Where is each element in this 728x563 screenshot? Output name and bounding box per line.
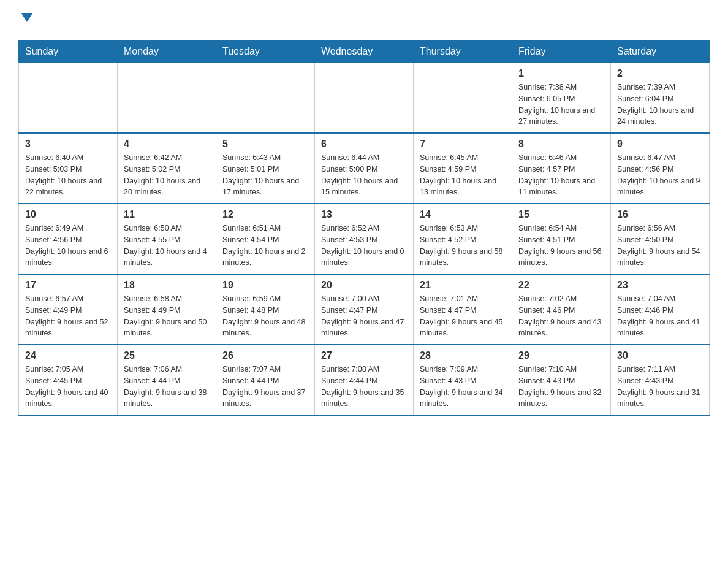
col-friday: Friday <box>512 41 611 63</box>
day-number: 28 <box>420 350 506 361</box>
day-info: Sunrise: 7:00 AMSunset: 4:47 PMDaylight:… <box>321 293 407 339</box>
day-number: 26 <box>222 350 308 361</box>
day-number: 15 <box>518 209 604 220</box>
day-info: Sunrise: 6:47 AMSunset: 4:56 PMDaylight:… <box>617 152 703 198</box>
day-number: 16 <box>617 209 703 220</box>
day-info: Sunrise: 7:05 AMSunset: 4:45 PMDaylight:… <box>25 364 111 410</box>
day-number: 4 <box>124 139 210 150</box>
logo-chevron-icon <box>20 11 34 27</box>
calendar-cell: 17Sunrise: 6:57 AMSunset: 4:49 PMDayligh… <box>19 274 118 345</box>
day-info: Sunrise: 7:02 AMSunset: 4:46 PMDaylight:… <box>518 293 604 339</box>
day-number: 18 <box>124 280 210 291</box>
calendar-cell: 10Sunrise: 6:49 AMSunset: 4:56 PMDayligh… <box>19 204 118 274</box>
calendar-cell: 1Sunrise: 7:38 AMSunset: 6:05 PMDaylight… <box>512 63 611 133</box>
calendar-cell: 25Sunrise: 7:06 AMSunset: 4:44 PMDayligh… <box>118 345 216 415</box>
calendar-cell: 11Sunrise: 6:50 AMSunset: 4:55 PMDayligh… <box>118 204 216 274</box>
page-header <box>18 12 710 28</box>
calendar-cell: 4Sunrise: 6:42 AMSunset: 5:02 PMDaylight… <box>118 133 216 204</box>
day-number: 24 <box>25 350 111 361</box>
day-number: 8 <box>518 139 604 150</box>
calendar-cell: 2Sunrise: 7:39 AMSunset: 6:04 PMDaylight… <box>611 63 710 133</box>
day-info: Sunrise: 6:43 AMSunset: 5:01 PMDaylight:… <box>222 152 308 198</box>
day-info: Sunrise: 6:46 AMSunset: 4:57 PMDaylight:… <box>518 152 604 198</box>
day-number: 10 <box>25 209 111 220</box>
day-number: 13 <box>321 209 407 220</box>
calendar-cell: 8Sunrise: 6:46 AMSunset: 4:57 PMDaylight… <box>512 133 611 204</box>
calendar-cell: 5Sunrise: 6:43 AMSunset: 5:01 PMDaylight… <box>216 133 315 204</box>
col-saturday: Saturday <box>611 41 710 63</box>
calendar-cell: 30Sunrise: 7:11 AMSunset: 4:43 PMDayligh… <box>611 345 710 415</box>
calendar-cell: 19Sunrise: 6:59 AMSunset: 4:48 PMDayligh… <box>216 274 315 345</box>
calendar-cell: 22Sunrise: 7:02 AMSunset: 4:46 PMDayligh… <box>512 274 611 345</box>
day-info: Sunrise: 6:45 AMSunset: 4:59 PMDaylight:… <box>420 152 506 198</box>
calendar-cell <box>118 63 216 133</box>
day-info: Sunrise: 6:53 AMSunset: 4:52 PMDaylight:… <box>420 223 506 269</box>
day-number: 30 <box>617 350 703 361</box>
calendar-cell: 9Sunrise: 6:47 AMSunset: 4:56 PMDaylight… <box>611 133 710 204</box>
calendar-cell: 29Sunrise: 7:10 AMSunset: 4:43 PMDayligh… <box>512 345 611 415</box>
day-number: 6 <box>321 139 407 150</box>
calendar-week-row: 10Sunrise: 6:49 AMSunset: 4:56 PMDayligh… <box>19 204 710 274</box>
day-info: Sunrise: 7:39 AMSunset: 6:04 PMDaylight:… <box>617 82 703 128</box>
day-info: Sunrise: 6:52 AMSunset: 4:53 PMDaylight:… <box>321 223 407 269</box>
calendar-cell <box>414 63 512 133</box>
day-number: 5 <box>222 139 308 150</box>
calendar-cell: 15Sunrise: 6:54 AMSunset: 4:51 PMDayligh… <box>512 204 611 274</box>
day-number: 11 <box>124 209 210 220</box>
calendar-week-row: 17Sunrise: 6:57 AMSunset: 4:49 PMDayligh… <box>19 274 710 345</box>
calendar-cell: 18Sunrise: 6:58 AMSunset: 4:49 PMDayligh… <box>118 274 216 345</box>
calendar-cell: 23Sunrise: 7:04 AMSunset: 4:46 PMDayligh… <box>611 274 710 345</box>
svg-marker-0 <box>21 13 32 22</box>
day-number: 2 <box>617 68 703 79</box>
day-info: Sunrise: 6:57 AMSunset: 4:49 PMDaylight:… <box>25 293 111 339</box>
calendar-cell: 16Sunrise: 6:56 AMSunset: 4:50 PMDayligh… <box>611 204 710 274</box>
day-info: Sunrise: 7:01 AMSunset: 4:47 PMDaylight:… <box>420 293 506 339</box>
col-monday: Monday <box>118 41 216 63</box>
day-info: Sunrise: 7:06 AMSunset: 4:44 PMDaylight:… <box>124 364 210 410</box>
day-info: Sunrise: 6:51 AMSunset: 4:54 PMDaylight:… <box>222 223 308 269</box>
calendar-cell: 27Sunrise: 7:08 AMSunset: 4:44 PMDayligh… <box>315 345 414 415</box>
day-number: 21 <box>420 280 506 291</box>
calendar-cell: 13Sunrise: 6:52 AMSunset: 4:53 PMDayligh… <box>315 204 414 274</box>
calendar-cell <box>19 63 118 133</box>
day-number: 22 <box>518 280 604 291</box>
calendar-cell: 24Sunrise: 7:05 AMSunset: 4:45 PMDayligh… <box>19 345 118 415</box>
day-number: 1 <box>518 68 604 79</box>
day-info: Sunrise: 7:38 AMSunset: 6:05 PMDaylight:… <box>518 82 604 128</box>
day-number: 20 <box>321 280 407 291</box>
day-number: 29 <box>518 350 604 361</box>
day-info: Sunrise: 6:44 AMSunset: 5:00 PMDaylight:… <box>321 152 407 198</box>
day-info: Sunrise: 7:11 AMSunset: 4:43 PMDaylight:… <box>617 364 703 410</box>
calendar-week-row: 24Sunrise: 7:05 AMSunset: 4:45 PMDayligh… <box>19 345 710 415</box>
day-info: Sunrise: 6:40 AMSunset: 5:03 PMDaylight:… <box>25 152 111 198</box>
col-sunday: Sunday <box>19 41 118 63</box>
calendar-cell: 21Sunrise: 7:01 AMSunset: 4:47 PMDayligh… <box>414 274 512 345</box>
day-number: 17 <box>25 280 111 291</box>
calendar-cell: 28Sunrise: 7:09 AMSunset: 4:43 PMDayligh… <box>414 345 512 415</box>
calendar-cell: 14Sunrise: 6:53 AMSunset: 4:52 PMDayligh… <box>414 204 512 274</box>
day-info: Sunrise: 6:56 AMSunset: 4:50 PMDaylight:… <box>617 223 703 269</box>
day-info: Sunrise: 6:50 AMSunset: 4:55 PMDaylight:… <box>124 223 210 269</box>
col-wednesday: Wednesday <box>315 41 414 63</box>
calendar-cell: 26Sunrise: 7:07 AMSunset: 4:44 PMDayligh… <box>216 345 315 415</box>
calendar-cell: 7Sunrise: 6:45 AMSunset: 4:59 PMDaylight… <box>414 133 512 204</box>
day-number: 12 <box>222 209 308 220</box>
day-number: 9 <box>617 139 703 150</box>
day-info: Sunrise: 7:04 AMSunset: 4:46 PMDaylight:… <box>617 293 703 339</box>
day-info: Sunrise: 7:10 AMSunset: 4:43 PMDaylight:… <box>518 364 604 410</box>
day-number: 25 <box>124 350 210 361</box>
calendar-cell: 3Sunrise: 6:40 AMSunset: 5:03 PMDaylight… <box>19 133 118 204</box>
day-number: 3 <box>25 139 111 150</box>
day-number: 14 <box>420 209 506 220</box>
col-tuesday: Tuesday <box>216 41 315 63</box>
day-info: Sunrise: 7:09 AMSunset: 4:43 PMDaylight:… <box>420 364 506 410</box>
calendar-cell <box>315 63 414 133</box>
calendar-week-row: 3Sunrise: 6:40 AMSunset: 5:03 PMDaylight… <box>19 133 710 204</box>
day-info: Sunrise: 6:59 AMSunset: 4:48 PMDaylight:… <box>222 293 308 339</box>
day-info: Sunrise: 6:42 AMSunset: 5:02 PMDaylight:… <box>124 152 210 198</box>
calendar-cell: 20Sunrise: 7:00 AMSunset: 4:47 PMDayligh… <box>315 274 414 345</box>
calendar-header-row: Sunday Monday Tuesday Wednesday Thursday… <box>19 41 710 63</box>
day-info: Sunrise: 6:49 AMSunset: 4:56 PMDaylight:… <box>25 223 111 269</box>
day-number: 27 <box>321 350 407 361</box>
day-info: Sunrise: 6:54 AMSunset: 4:51 PMDaylight:… <box>518 223 604 269</box>
